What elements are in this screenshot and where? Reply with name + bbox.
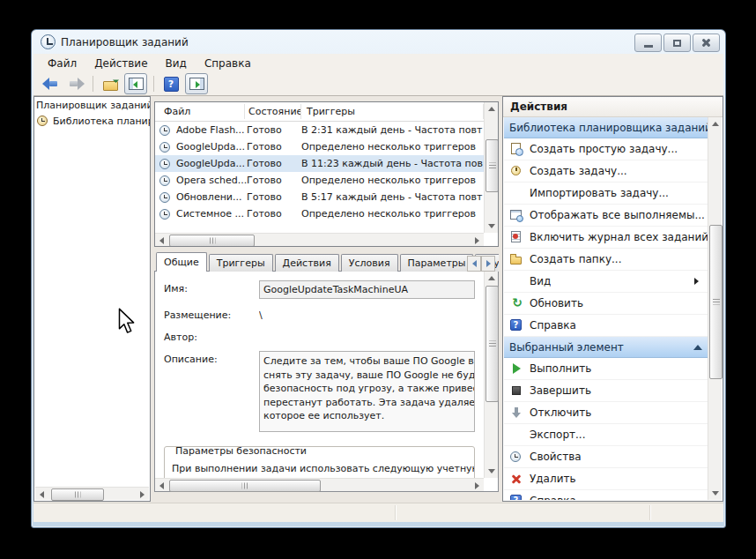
open-folder-button[interactable] [100, 74, 121, 93]
action-item[interactable]: Создать задачу... [504, 160, 708, 183]
actions-pane: Действия Библиотека планировщика заданий… [502, 96, 723, 502]
window-controls [634, 34, 720, 52]
task-row[interactable]: Opera sched... Готово Определено несколь… [155, 172, 484, 189]
column-header-file[interactable]: Файл [155, 104, 245, 119]
toolbar: ? [33, 72, 723, 96]
action-item[interactable]: Выполнить [504, 358, 708, 380]
name-field[interactable]: GoogleUpdateTaskMachineUA [259, 280, 475, 299]
action-item[interactable]: Экспорт... [504, 424, 708, 446]
description-field[interactable]: Следите за тем, чтобы ваше ПО Google в с… [259, 351, 475, 432]
menu-item[interactable]: Действие [85, 56, 156, 71]
action-item-label: Свойства [530, 451, 582, 463]
task-library-icon [36, 114, 50, 128]
actions-vertical-scrollbar[interactable] [708, 117, 722, 500]
action-item-label: Отключить [530, 406, 591, 419]
tab-scroll-left-icon[interactable] [467, 256, 481, 272]
task-list-hscroll-thumb[interactable] [169, 235, 255, 247]
action-item[interactable]: Вид [504, 271, 708, 293]
scroll-up-icon[interactable] [708, 117, 722, 130]
forward-button[interactable] [65, 74, 86, 93]
action-item[interactable]: Завершить [504, 380, 708, 402]
details-vertical-scrollbar[interactable] [484, 272, 498, 478]
action-item[interactable]: Создать простую задачу... [504, 138, 708, 160]
tab-scroll-right-icon[interactable] [481, 256, 495, 272]
menu-item[interactable]: Файл [39, 56, 85, 71]
tab[interactable]: Общие [156, 252, 207, 272]
task-list-vscroll-thumb[interactable] [485, 139, 499, 192]
scroll-right-icon[interactable] [471, 479, 484, 492]
menu-item[interactable]: Справка [196, 56, 260, 71]
task-clock-icon [159, 123, 173, 138]
scroll-up-icon[interactable] [485, 102, 498, 116]
task-state: Готово [247, 175, 301, 186]
action-item[interactable]: Импортировать задачу... [504, 183, 708, 205]
task-list-horizontal-scrollbar[interactable] [155, 233, 484, 246]
scroll-down-icon[interactable] [708, 487, 722, 500]
actions-vscroll-thumb[interactable] [709, 225, 723, 380]
show-console-tree-icon [129, 78, 144, 90]
minimize-button[interactable] [634, 34, 662, 52]
submenu-arrow-icon [694, 278, 699, 285]
menu-item[interactable]: Вид [157, 56, 196, 71]
action-item[interactable]: Обновить [504, 293, 708, 315]
show-console-tree-button[interactable] [124, 73, 147, 94]
task-scheduler-app-icon [41, 34, 56, 49]
action-item[interactable]: Отображать все выполняемы... [504, 205, 708, 227]
task-row[interactable]: GoogleUpda... Готово Определено нескольк… [155, 138, 484, 155]
scroll-right-icon[interactable] [136, 488, 149, 501]
task-state: Готово [247, 158, 301, 169]
refresh-icon [509, 296, 523, 310]
scroll-left-icon[interactable] [155, 234, 168, 247]
tree-item[interactable]: Библиотека планиров [34, 113, 150, 129]
details-vscroll-thumb[interactable] [485, 286, 499, 402]
help-button[interactable]: ? [160, 74, 182, 93]
action-item[interactable]: Отключить [504, 402, 708, 424]
back-button[interactable] [41, 74, 62, 93]
toolbar-separator [93, 76, 93, 92]
close-button[interactable] [693, 34, 720, 52]
run-icon [509, 361, 523, 376]
action-item-label: Обновить [530, 297, 583, 309]
task-list-vertical-scrollbar[interactable] [484, 102, 498, 233]
tab[interactable]: Действия [275, 254, 339, 272]
task-triggers: Определено несколько триггеров [301, 175, 484, 186]
titlebar[interactable]: Планировщик заданий [32, 30, 725, 54]
action-item[interactable]: Включить журнал всех заданий [504, 227, 708, 249]
tree-item[interactable]: Планировщик заданий ( [34, 97, 150, 113]
scroll-down-icon[interactable] [485, 220, 498, 233]
show-action-pane-button[interactable] [185, 73, 208, 94]
details-hscroll-thumb[interactable] [169, 480, 321, 492]
column-header-triggers[interactable]: Триггеры [301, 104, 484, 119]
action-item[interactable]: Создать папку... [504, 249, 708, 271]
scroll-down-icon[interactable] [485, 465, 498, 478]
details-horizontal-scrollbar[interactable] [155, 478, 484, 491]
tree-hscroll-thumb[interactable] [51, 488, 104, 501]
action-item[interactable]: Удалить [504, 468, 708, 490]
task-row[interactable]: Системное ... Готово Определено нескольк… [155, 205, 484, 222]
create-basic-task-icon [509, 142, 523, 156]
task-clock-icon [159, 190, 173, 205]
task-row[interactable]: Adobe Flash... Готово В 2:31 каждый день… [155, 122, 484, 138]
scroll-left-icon[interactable] [35, 488, 48, 501]
scroll-up-icon[interactable] [485, 272, 498, 285]
actions-group-header-label: Библиотека планировщика заданий [509, 122, 708, 134]
task-row[interactable]: Обновлени... Готово В 5:17 каждый день -… [155, 189, 484, 205]
action-item[interactable]: Справка [504, 315, 708, 337]
action-item[interactable]: Свойства [504, 446, 708, 468]
task-row[interactable]: GoogleUpda... Готово В 11:23 каждый день… [155, 155, 484, 172]
tab[interactable]: Условия [341, 254, 398, 272]
tree-horizontal-scrollbar[interactable] [35, 487, 149, 500]
task-triggers: В 5:17 каждый день - Частота повт [301, 191, 484, 203]
tab[interactable]: Триггеры [209, 254, 273, 272]
actions-group-header-selected-item[interactable]: Выбранный элемент [504, 337, 708, 358]
tab[interactable]: Параметры [400, 254, 474, 272]
scroll-right-icon[interactable] [471, 234, 484, 247]
scroll-left-icon[interactable] [155, 479, 168, 492]
menubar: ФайлДействиеВидСправка [33, 54, 723, 72]
action-item[interactable]: Справка [504, 490, 708, 500]
column-header-state[interactable]: Состояние [245, 104, 301, 119]
actions-group-header-library[interactable]: Библиотека планировщика заданий [504, 117, 708, 138]
help-icon: ? [164, 77, 179, 92]
task-clock-icon [159, 174, 173, 188]
restore-button[interactable] [663, 34, 691, 52]
